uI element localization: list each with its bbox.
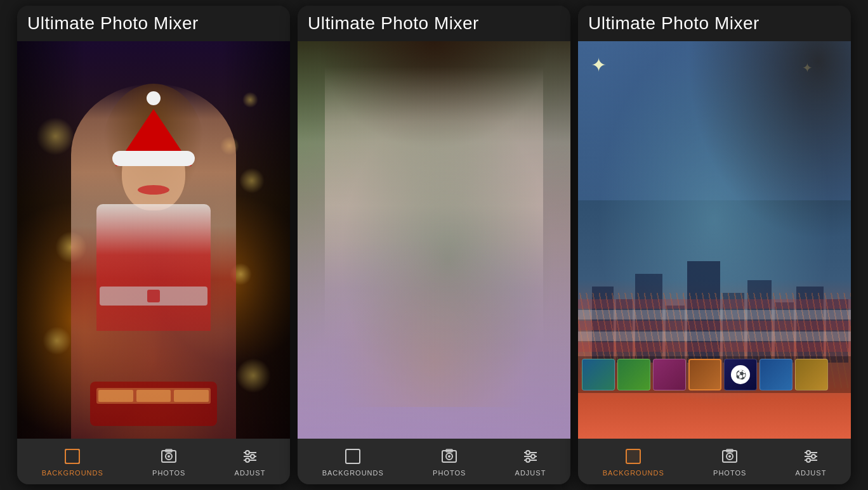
toolbar-item-photos-1[interactable]: PHOTOS: [152, 446, 185, 477]
svg-point-10: [251, 455, 254, 458]
svg-point-4: [168, 455, 170, 458]
phone-card-1: Ultimate Photo Mixer: [17, 6, 290, 484]
backgrounds-icon-2: [343, 446, 363, 467]
svg-rect-0: [65, 449, 79, 463]
red-bus: [90, 382, 217, 426]
thumbnail-3[interactable]: [653, 359, 686, 390]
backgrounds-icon-3: [623, 446, 643, 467]
toolbar-item-photos-2[interactable]: PHOTOS: [433, 446, 466, 477]
hair-dark-3: [687, 41, 851, 240]
photos-icon-2: [439, 446, 459, 467]
card3-title: Ultimate Photo Mixer: [588, 13, 760, 33]
photos-icon-1: [159, 446, 179, 467]
phone-card-2: Ultimate Photo Mixer BACKGROUNDS: [298, 6, 570, 484]
toolbar-item-photos-3[interactable]: PHOTOS: [713, 446, 746, 477]
santa-hat: [112, 96, 195, 166]
toolbar-item-backgrounds-1[interactable]: BACKGROUNDS: [42, 446, 103, 477]
card1-header: Ultimate Photo Mixer: [17, 6, 290, 41]
card1-title: Ultimate Photo Mixer: [27, 13, 199, 33]
toolbar-item-backgrounds-2[interactable]: BACKGROUNDS: [322, 446, 384, 477]
thumbnail-4-active[interactable]: [688, 359, 721, 390]
svg-point-21: [531, 455, 535, 458]
svg-rect-12: [346, 449, 360, 463]
card1-screen: [17, 41, 290, 439]
toolbar-label-photos-2: PHOTOS: [433, 469, 466, 477]
thumbnail-1[interactable]: [582, 359, 615, 390]
adjust-icon-2: [520, 446, 541, 467]
thumbnail-7[interactable]: [795, 359, 828, 390]
adjust-icon-3: [801, 446, 821, 467]
toolbar-label-backgrounds-2: BACKGROUNDS: [322, 469, 384, 477]
card2-header: Ultimate Photo Mixer: [298, 6, 570, 41]
toolbar-label-adjust-1: ADJUST: [235, 469, 266, 477]
photos-icon-3: [720, 446, 740, 467]
toolbar-label-adjust-2: ADJUST: [515, 469, 546, 477]
card2-toolbar: BACKGROUNDS PHOTOS: [298, 439, 570, 484]
toolbar-label-photos-1: PHOTOS: [152, 469, 185, 477]
body: [96, 204, 211, 331]
card1-toolbar: BACKGROUNDS PHOTOS: [17, 439, 290, 484]
svg-point-9: [246, 451, 249, 455]
toolbar-label-backgrounds-3: BACKGROUNDS: [603, 469, 664, 477]
svg-rect-1: [65, 449, 79, 463]
card2-title: Ultimate Photo Mixer: [308, 13, 479, 33]
toolbar-label-backgrounds-1: BACKGROUNDS: [42, 469, 103, 477]
card3-toolbar: BACKGROUNDS PHOTOS: [578, 439, 851, 484]
svg-point-22: [526, 458, 530, 462]
svg-rect-24: [626, 449, 640, 463]
svg-point-15: [448, 455, 450, 458]
svg-point-34: [806, 458, 810, 462]
svg-point-33: [812, 455, 815, 458]
backgrounds-icon-1: [62, 446, 82, 467]
belt: [100, 287, 207, 306]
adjust-icon-1: [240, 446, 260, 467]
thumbnail-6[interactable]: [760, 359, 792, 390]
thumbnail-strip-3: ⚽: [578, 356, 851, 393]
thumbnail-5[interactable]: ⚽: [724, 359, 757, 390]
card2-screen: [298, 41, 570, 439]
phone-card-3: Ultimate Photo Mixer ✦ ✦: [578, 6, 851, 484]
toolbar-item-adjust-2[interactable]: ADJUST: [515, 446, 546, 477]
toolbar-item-backgrounds-3[interactable]: BACKGROUNDS: [603, 446, 664, 477]
svg-point-32: [806, 451, 810, 455]
svg-point-20: [526, 451, 530, 455]
close-face-2: [298, 185, 570, 407]
svg-point-27: [728, 455, 731, 458]
card3-header: Ultimate Photo Mixer: [578, 6, 851, 41]
thumbnail-2[interactable]: [617, 359, 650, 390]
toolbar-label-adjust-3: ADJUST: [796, 469, 827, 477]
toolbar-item-adjust-3[interactable]: ADJUST: [796, 446, 827, 477]
toolbar-label-photos-3: PHOTOS: [713, 469, 746, 477]
svg-point-11: [246, 458, 249, 462]
card3-screen: ✦ ✦: [578, 41, 851, 439]
toolbar-item-adjust-1[interactable]: ADJUST: [235, 446, 266, 477]
